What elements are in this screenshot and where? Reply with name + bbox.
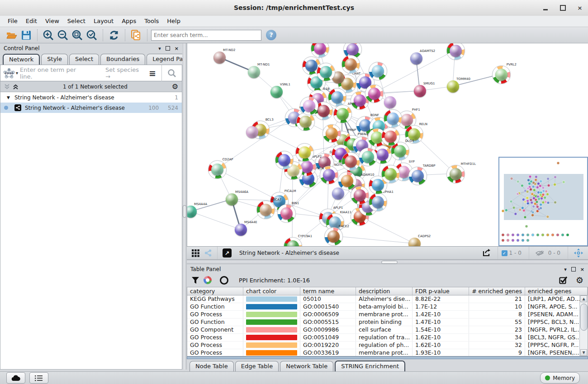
string-query-placeholder[interactable]: Enter one term per line. [20, 66, 86, 80]
zoom-fit-icon[interactable] [70, 28, 85, 42]
graph-node[interactable] [381, 127, 400, 146]
graph-node[interactable] [322, 124, 341, 143]
tab-node-table[interactable]: Node Table [190, 361, 234, 371]
splitter-grip[interactable] [183, 205, 186, 218]
graph-node-epha1[interactable]: EPHA1 [369, 193, 387, 211]
graph-node-ms4a6a[interactable]: MS4A6A [226, 193, 238, 206]
string-options-icon[interactable]: ≡ [143, 68, 161, 78]
collapse-all-icon[interactable] [4, 84, 10, 90]
string-logo-icon[interactable]: STRING ▾ [0, 68, 20, 79]
string-view-icon[interactable] [204, 249, 212, 257]
graph-node[interactable] [365, 84, 384, 103]
enrichment-settings-gear-icon[interactable]: ⚙ [576, 275, 583, 285]
graph-node-adamts2[interactable]: ADAMTS2 [410, 52, 422, 65]
tab-network[interactable]: Network [3, 54, 40, 65]
minimize-button[interactable] [542, 5, 549, 12]
graph-node-mme[interactable]: MME [296, 112, 315, 131]
graph-node-mt-nd1[interactable]: MT-ND1 [248, 66, 260, 78]
graph-node[interactable] [351, 186, 369, 205]
graph-node[interactable] [369, 62, 387, 80]
panel-menu-icon[interactable]: ▾ [564, 267, 567, 272]
table-scrollbar[interactable]: ▲ ▼ [579, 295, 588, 356]
graph-node[interactable] [246, 126, 258, 138]
graph-node[interactable] [384, 96, 396, 108]
panel-close-icon[interactable]: × [175, 46, 179, 52]
tab-edge-table[interactable]: Edge Table [235, 361, 279, 371]
ring-chart-icon[interactable] [220, 276, 228, 285]
graph-node[interactable] [341, 152, 360, 171]
enrichment-row[interactable]: GO ProcessGO:0006509membrane prot...1.42… [187, 311, 580, 318]
graph-node-abca7[interactable]: ABCA7 [256, 201, 275, 219]
zoom-out-icon[interactable] [56, 28, 70, 42]
save-session-icon[interactable] [19, 28, 33, 42]
enrichment-row[interactable]: GO FunctionGO:0005515protein binding1.47… [187, 318, 580, 326]
graph-node-apoe[interactable]: APOE [333, 105, 352, 123]
vertical-splitter[interactable] [182, 43, 187, 370]
set-species-label[interactable]: Set species → [105, 66, 143, 80]
tab-string-enrichment[interactable]: STRING Enrichment [335, 361, 405, 371]
enrichment-row[interactable]: GO ProcessGO:0019220regulation of ph...1… [187, 342, 580, 349]
graph-node-mthfd1l[interactable]: MTHFD1L [446, 165, 465, 183]
graph-node-ms4a4e[interactable]: MS4A4E [235, 224, 247, 236]
graph-node-cyp19a1[interactable]: CYP19A1 [284, 237, 302, 247]
chart-color-icon[interactable] [204, 276, 212, 284]
column-header-enriched-genes[interactable]: enriched genes [525, 287, 588, 295]
graph-node[interactable] [341, 55, 360, 74]
scroll-up-icon[interactable]: ▲ [580, 295, 587, 302]
graph-node[interactable] [446, 43, 465, 60]
help-icon[interactable]: ? [266, 30, 276, 40]
enrichment-row[interactable]: KEGG Pathways05010Alzheimer's dise...8.8… [187, 295, 580, 303]
grid-view-icon[interactable] [192, 249, 199, 257]
graph-node-cadps2[interactable]: CADPS2 [408, 238, 421, 247]
graph-node[interactable] [311, 43, 329, 58]
network-row-selected[interactable]: String Network - Alzheimer's disease 100… [0, 103, 182, 113]
network-from-file-icon[interactable] [129, 28, 143, 42]
menu-item-help[interactable]: Help [163, 16, 185, 27]
zoom-selected-icon[interactable] [85, 28, 99, 42]
menu-item-file[interactable]: File [4, 16, 22, 27]
column-header-description[interactable]: description [356, 287, 413, 295]
network-canvas[interactable]: MT-ND2MT-ND1VSNL1GAB2ADAMTS2PVRL2IRS1CHA… [187, 43, 588, 246]
graph-node[interactable] [300, 97, 318, 115]
graph-node[interactable] [295, 143, 314, 162]
graph-node[interactable] [317, 63, 335, 81]
graph-node[interactable] [332, 187, 344, 200]
network-options-gear-icon[interactable]: ⚙ [172, 82, 178, 91]
tab-select[interactable]: Select [69, 54, 99, 65]
enrichment-row[interactable]: GO ProcessGO:0033619membrane prot...1.93… [187, 349, 580, 356]
refresh-icon[interactable] [107, 28, 121, 42]
graph-node-pvrl2[interactable]: PVRL2 [492, 66, 511, 84]
menu-item-layout[interactable]: Layout [90, 16, 118, 27]
graph-node-smug1[interactable]: SMUG1 [414, 85, 426, 97]
menu-item-select[interactable]: Select [63, 16, 90, 27]
enrichment-row[interactable]: GO ComponentGO:0009986cell surface1.54E-… [187, 326, 580, 334]
column-header-category[interactable]: category [187, 287, 243, 295]
splitter-grip[interactable] [381, 261, 398, 264]
selected-nodes-icon[interactable]: ✓ [502, 250, 507, 256]
graph-node-bin1[interactable]: BIN1 [277, 204, 296, 223]
tab-style[interactable]: Style [41, 54, 68, 65]
task-history-icon[interactable] [29, 372, 48, 384]
string-search-icon[interactable] [162, 69, 182, 78]
close-button[interactable]: × [576, 5, 583, 12]
graph-node-mt-nd2[interactable]: MT-ND2 [213, 52, 226, 64]
expander-icon[interactable]: ▼ [7, 95, 10, 100]
graph-node[interactable] [384, 109, 402, 128]
panel-menu-icon[interactable]: ▾ [158, 46, 161, 52]
graph-node-vsnl1[interactable]: VSNL1 [270, 86, 283, 98]
title-bar[interactable]: Session: /tmp/enrichmentTest.cys × [0, 0, 588, 16]
graph-node[interactable] [275, 151, 294, 169]
scroll-down-icon[interactable]: ▼ [580, 349, 587, 356]
export-network-icon[interactable] [482, 248, 492, 258]
scrollbar-thumb[interactable] [580, 304, 588, 331]
tab-boundaries[interactable]: Boundaries [100, 54, 145, 65]
hidden-elements-icon[interactable] [535, 250, 544, 256]
horizontal-splitter[interactable] [187, 260, 588, 264]
enrichment-row[interactable]: GO ProcessGO:0051049regulation of tra...… [187, 334, 580, 342]
enrichment-row[interactable]: GO FunctionGO:0001540beta-amyloid bi...1… [187, 303, 580, 311]
filter-icon[interactable] [191, 276, 199, 284]
graph-node[interactable] [328, 88, 346, 107]
cloud-tasks-button[interactable] [6, 372, 25, 384]
birds-eye-view[interactable] [498, 157, 588, 246]
menu-item-apps[interactable]: Apps [118, 16, 140, 27]
